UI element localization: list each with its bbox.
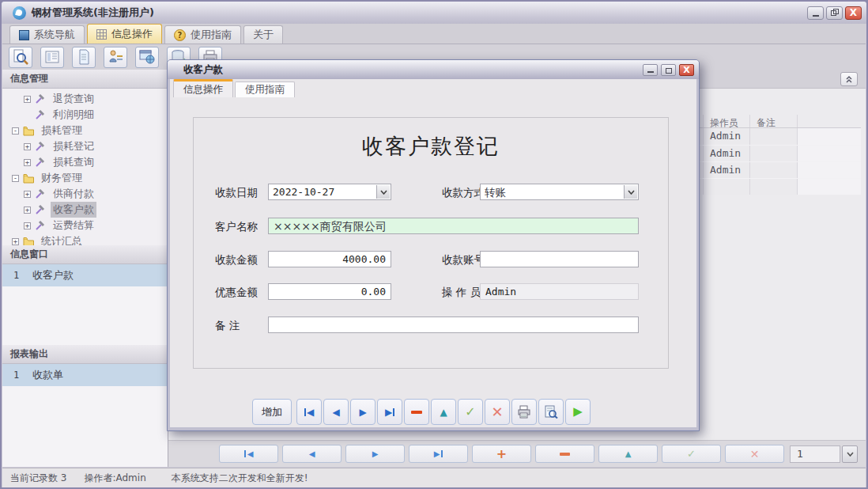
amount-input[interactable]: 4000.00 <box>268 251 391 267</box>
minimize-button[interactable] <box>807 6 824 20</box>
next-icon: ▶ <box>372 450 379 458</box>
execute-button[interactable]: ▶ <box>565 399 591 425</box>
previous-record-button[interactable]: ◀ <box>282 445 342 463</box>
title-bar: 钢材管理系统(非注册用户) X <box>2 2 866 24</box>
collapse-minus-icon[interactable]: - <box>12 127 19 135</box>
collapse-minus-icon[interactable]: - <box>12 175 19 182</box>
date-label: 收款日期 <box>215 186 258 200</box>
section-header-info-management[interactable]: 信息管理 <box>2 70 168 89</box>
tree-item-loss-register[interactable]: + 损耗登记 <box>2 138 168 154</box>
section-header-info-window[interactable]: 信息窗口 <box>2 245 168 264</box>
remark-input[interactable] <box>268 317 639 333</box>
first-record-button[interactable]: ◀ <box>296 399 322 425</box>
tree-item-label: 退货查询 <box>51 91 96 107</box>
restore-button[interactable] <box>826 6 843 20</box>
document-button[interactable] <box>72 47 96 68</box>
chevron-down-icon[interactable] <box>624 185 637 199</box>
dialog-tab-user-guide[interactable]: 使用指南 <box>235 82 295 97</box>
tab-label: 关于 <box>253 28 274 42</box>
tree-item-loss-query[interactable]: + 损耗查询 <box>2 154 168 170</box>
delete-record-button[interactable] <box>404 399 429 425</box>
tree-item-loss-management[interactable]: - 损耗管理 <box>2 123 168 138</box>
tree-item-statistics-summary[interactable]: + 统计汇总 <box>2 233 168 245</box>
tree-item-freight-settlement[interactable]: + 运费结算 <box>2 218 168 233</box>
save-record-button[interactable]: ✓ <box>662 445 721 463</box>
add-button[interactable]: 增加 <box>252 399 292 425</box>
search-button[interactable] <box>9 47 32 68</box>
form-title: 收客户款登记 <box>194 132 668 161</box>
first-record-button[interactable]: ◀ <box>219 445 278 463</box>
tab-about[interactable]: 关于 <box>243 25 283 44</box>
column-header-operator[interactable]: 操作员 <box>704 115 750 127</box>
previous-record-button[interactable]: ◀ <box>323 399 349 425</box>
print-button[interactable] <box>511 399 537 425</box>
save-record-button[interactable]: ✓ <box>458 399 483 425</box>
customer-input[interactable]: ×××××商贸有限公司 <box>268 218 639 234</box>
form-button[interactable] <box>40 47 64 68</box>
tree-item-supplier-payment[interactable]: + 供商付款 <box>2 186 168 202</box>
expand-plus-icon[interactable]: + <box>24 96 31 103</box>
dialog-minimize-button[interactable] <box>643 64 658 76</box>
edit-record-button[interactable]: ▲ <box>431 399 456 425</box>
main-tab-bar: 系统导航 信息操作 ? 使用指南 关于 <box>2 24 866 44</box>
first-icon <box>244 450 246 457</box>
record-count-text: 当前记录数 3 <box>10 472 66 485</box>
page-number-value[interactable]: 1 <box>790 445 840 463</box>
expand-plus-icon[interactable]: + <box>24 222 31 229</box>
user-button[interactable] <box>104 47 127 68</box>
printer-icon <box>517 405 531 419</box>
page-dropdown-button[interactable] <box>842 445 858 463</box>
last-record-button[interactable]: ▶ <box>377 399 402 425</box>
list-item-receipt[interactable]: 1 收款单 <box>2 364 168 386</box>
expand-plus-icon[interactable]: + <box>24 191 31 198</box>
method-combobox[interactable]: 转账 <box>480 184 639 200</box>
expand-plus-icon[interactable]: + <box>24 143 31 150</box>
edit-record-button[interactable]: ▲ <box>598 445 658 463</box>
tree-item-label: 收客户款 <box>51 202 96 218</box>
first-icon: ◀ <box>247 450 254 458</box>
expand-plus-icon[interactable]: + <box>24 207 31 214</box>
dialog-tab-info-operation[interactable]: 信息操作 <box>173 79 233 97</box>
dialog-body: 信息操作 使用指南 收客户款登记 收款日期 2022-10-27 收款方式 转账 <box>170 79 696 427</box>
column-header-note[interactable]: 备注 <box>750 115 798 127</box>
tool-icon <box>35 204 47 215</box>
tab-info-operation[interactable]: 信息操作 <box>87 24 162 44</box>
tree-item-label: 损耗管理 <box>39 123 85 138</box>
dialog-tab-bar: 信息操作 使用指南 <box>170 79 696 97</box>
list-item-receive-customer-payment[interactable]: 1 收客户款 <box>2 264 168 286</box>
collapse-panel-button[interactable] <box>840 72 858 86</box>
expand-plus-icon[interactable]: + <box>24 159 31 166</box>
dialog-maximize-button[interactable] <box>661 64 676 76</box>
next-record-button[interactable]: ▶ <box>345 445 405 463</box>
preview-button[interactable] <box>538 399 564 425</box>
close-button[interactable]: X <box>845 6 862 20</box>
window-button[interactable] <box>135 47 159 68</box>
customer-label: 客户名称 <box>215 220 258 234</box>
first-icon: ◀ <box>307 408 314 417</box>
app-logo-icon <box>13 6 26 20</box>
last-record-button[interactable]: ▶ <box>409 445 468 463</box>
status-message: 本系统支持二次开发和全新开发! <box>172 472 308 485</box>
tree-item-return-query[interactable]: + 退货查询 <box>2 91 168 107</box>
tree-item-finance-management[interactable]: - 财务管理 <box>2 170 168 186</box>
cancel-record-button[interactable]: ✕ <box>485 399 510 425</box>
dialog-close-button[interactable]: X <box>679 64 694 76</box>
cancel-record-button[interactable]: ✕ <box>725 445 784 463</box>
tree-item-profit-detail[interactable]: + 利润明细 <box>2 107 168 123</box>
tree-item-receive-customer-payment[interactable]: + 收客户款 <box>2 202 168 218</box>
date-combobox[interactable]: 2022-10-27 <box>268 184 391 200</box>
list-item-number: 1 <box>2 370 32 381</box>
tab-user-guide[interactable]: ? 使用指南 <box>164 25 241 44</box>
section-header-report-output[interactable]: 报表输出 <box>2 345 168 364</box>
delete-record-button[interactable] <box>535 445 594 463</box>
tab-system-navigation[interactable]: 系统导航 <box>9 25 85 44</box>
add-record-button[interactable]: + <box>472 445 531 463</box>
discount-input[interactable]: 0.00 <box>268 283 391 300</box>
account-input[interactable] <box>480 251 639 267</box>
chevron-down-icon[interactable] <box>376 185 390 199</box>
next-record-button[interactable]: ▶ <box>350 399 376 425</box>
window-title: 钢材管理系统(非注册用户) <box>32 6 154 20</box>
navigation-icon <box>19 30 29 40</box>
cell-operator: Admin <box>704 146 750 161</box>
expand-plus-icon[interactable]: + <box>12 238 19 245</box>
